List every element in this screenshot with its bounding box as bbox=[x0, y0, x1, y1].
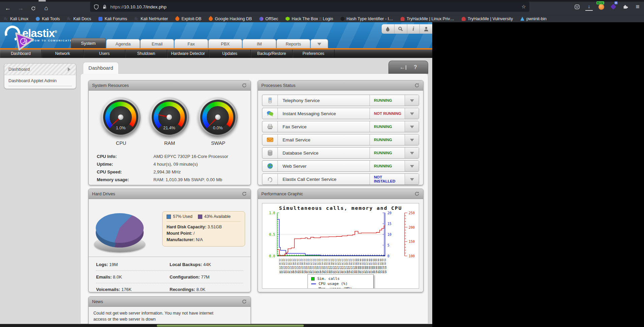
elastix-header: elastix® FREEDOM TO COMUNICATE i SystemA… bbox=[0, 22, 432, 50]
panel-hard-drives: Hard Drives 57% Used43% Available Hard D… bbox=[88, 189, 251, 292]
burp-suite-extension-icon[interactable]: Burp bbox=[597, 3, 605, 11]
subnav-item-hardware-detector[interactable]: Hardware Detector bbox=[167, 50, 209, 58]
tab-pbx[interactable]: PBX bbox=[208, 39, 242, 48]
gauge-swap: 0.0%SWAP bbox=[198, 97, 238, 146]
svg-text:250: 250 bbox=[409, 211, 415, 215]
disk-detail-line: Manufacturer: N/A bbox=[167, 237, 241, 243]
process-dropdown-button[interactable] bbox=[405, 134, 419, 145]
svg-text:00:20: 00:20 bbox=[364, 259, 366, 265]
svg-text:01:00: 01:00 bbox=[382, 259, 384, 265]
tab-system[interactable]: System bbox=[71, 38, 106, 48]
bookmark-item[interactable]: Kali Tools bbox=[36, 17, 60, 21]
url-text[interactable]: https://10.10.10.7/index.php bbox=[110, 4, 522, 9]
info-icon[interactable]: i bbox=[407, 24, 420, 34]
tab-overflow-chevron[interactable] bbox=[311, 39, 328, 48]
tab-email[interactable]: Email bbox=[140, 39, 174, 48]
subnav-item-network[interactable]: Network bbox=[42, 50, 84, 58]
bookmark-item[interactable]: Hash Type Identifier - I… bbox=[341, 17, 393, 21]
bookmark-label: Kali Linux bbox=[10, 17, 28, 21]
back-button[interactable]: ← bbox=[3, 4, 13, 13]
bookmark-item[interactable]: Kali Forums bbox=[98, 17, 127, 21]
tab-reports[interactable]: Reports bbox=[276, 39, 310, 48]
content-tools-tab: ← ? bbox=[388, 61, 428, 74]
svg-text:23:25: 23:25 bbox=[339, 259, 342, 265]
bookmark-label: Kali NetHunter bbox=[141, 17, 168, 21]
gauge-dial: 0.0% bbox=[198, 97, 238, 137]
user-icon[interactable] bbox=[420, 24, 432, 34]
svg-text:22:20: 22:20 bbox=[310, 259, 313, 265]
disk-stat-cell: Voicemails: 176K bbox=[96, 287, 170, 292]
collapse-panel-icon[interactable]: ← bbox=[400, 64, 406, 71]
series-mem bbox=[277, 226, 385, 256]
bookmark-item[interactable]: Google Hacking DB bbox=[209, 17, 252, 21]
bookmark-item[interactable]: Kali Docs bbox=[67, 17, 91, 21]
bookmark-star-icon[interactable]: ☆ bbox=[522, 4, 526, 10]
bookmark-item[interactable]: TryHackMe | Vulnversity bbox=[462, 17, 513, 21]
chevron-down-icon bbox=[410, 152, 414, 157]
content-tab-dashboard[interactable]: Dashboard bbox=[83, 62, 119, 74]
subnav-item-users[interactable]: Users bbox=[84, 50, 125, 58]
bookmark-item[interactable]: TryHackMe | Linux Priv… bbox=[401, 17, 454, 21]
process-dropdown-button[interactable] bbox=[405, 161, 419, 171]
downloads-icon[interactable]: ↓ bbox=[585, 3, 593, 11]
bookmark-item[interactable]: Hack The Box :: Login bbox=[286, 17, 333, 21]
home-button[interactable]: ⌂ bbox=[41, 4, 51, 13]
reload-button[interactable] bbox=[28, 4, 38, 13]
chevron-down-icon bbox=[410, 139, 414, 143]
subnav-item-shutdown[interactable]: Shutdown bbox=[125, 50, 167, 58]
refresh-icon[interactable] bbox=[241, 191, 247, 197]
disk-detail-line: Mount Point: / bbox=[167, 230, 241, 237]
menu-hamburger-icon[interactable]: ≡ bbox=[634, 3, 641, 11]
svg-text:01:05: 01:05 bbox=[384, 259, 386, 265]
subnav-item-updates[interactable]: Updates bbox=[209, 50, 251, 58]
forward-button[interactable]: → bbox=[16, 4, 26, 13]
help-icon[interactable]: ? bbox=[414, 64, 417, 70]
refresh-icon[interactable] bbox=[241, 299, 247, 304]
web-server-icon bbox=[262, 161, 278, 171]
subnav-item-preferences[interactable]: Preferences bbox=[293, 50, 334, 58]
process-row: Telephony ServiceRUNNING bbox=[262, 95, 419, 106]
bookmark-item[interactable]: Kali NetHunter bbox=[135, 17, 168, 21]
process-dropdown-button[interactable] bbox=[405, 121, 419, 132]
sidebar-item-dashboard-applet-admin[interactable]: Dashboard Applet Admin bbox=[4, 75, 76, 89]
process-dropdown-button[interactable] bbox=[405, 148, 419, 158]
browser-chrome: ← → ⌂ https://10.10.10.7/index.php ☆ ↓ B… bbox=[0, 0, 644, 22]
bookmark-item[interactable]: Exploit-DB bbox=[175, 17, 201, 21]
refresh-icon[interactable] bbox=[414, 83, 420, 88]
water-drop-icon[interactable] bbox=[382, 24, 394, 34]
process-dropdown-button[interactable] bbox=[405, 95, 419, 106]
subnav-item-backup-restore[interactable]: Backup/Restore bbox=[251, 50, 293, 58]
lock-warning-icon[interactable] bbox=[102, 4, 108, 10]
panel-header: System Resources bbox=[89, 80, 251, 91]
panel-title: Processes Status bbox=[261, 83, 295, 88]
disk-stat-row: Emails: 8.0KConfiguration: 77M bbox=[96, 271, 243, 283]
bookmark-item[interactable]: Kali Linux bbox=[4, 17, 28, 21]
bookmark-item[interactable]: OffSec bbox=[259, 17, 278, 21]
process-dropdown-button[interactable] bbox=[405, 108, 419, 119]
legend-marker bbox=[311, 284, 316, 284]
tab-fax[interactable]: Fax bbox=[174, 39, 208, 48]
refresh-icon[interactable] bbox=[241, 83, 247, 88]
svg-text:23:35: 23:35 bbox=[344, 259, 346, 265]
active-tab-indicator bbox=[38, 0, 46, 1]
gauge-row: 1.0%CPU21.4%RAM0.0%SWAP bbox=[89, 91, 251, 146]
url-bar[interactable]: https://10.10.10.7/index.php ☆ bbox=[90, 2, 529, 12]
bookmark-label: Hack The Box :: Login bbox=[292, 17, 333, 21]
legend-marker bbox=[311, 289, 316, 289]
bookmark-item[interactable]: pwninit-bin bbox=[520, 17, 547, 21]
horizontal-scrollbar[interactable] bbox=[157, 325, 304, 327]
search-icon[interactable] bbox=[394, 24, 407, 34]
tab-agenda[interactable]: Agenda bbox=[106, 39, 140, 48]
tab-im[interactable]: IM bbox=[242, 39, 276, 48]
kali-dragon-icon bbox=[4, 17, 8, 21]
bookmark-label: Hash Type Identifier - I… bbox=[347, 17, 393, 21]
workspace: Dashboard ← ? Dashboard Dashboard Applet… bbox=[0, 58, 432, 324]
refresh-icon[interactable] bbox=[414, 191, 420, 197]
extensions-puzzle-icon[interactable] bbox=[622, 3, 629, 11]
shield-permissions-icon[interactable] bbox=[93, 4, 99, 10]
svg-text:00:55: 00:55 bbox=[380, 259, 382, 265]
sidebar-header-dashboard[interactable]: Dashboard bbox=[4, 64, 76, 75]
pocket-icon[interactable] bbox=[573, 3, 581, 11]
process-dropdown-button[interactable] bbox=[405, 174, 419, 185]
foxyproxy-extension-icon[interactable]: 9 bbox=[610, 3, 617, 11]
